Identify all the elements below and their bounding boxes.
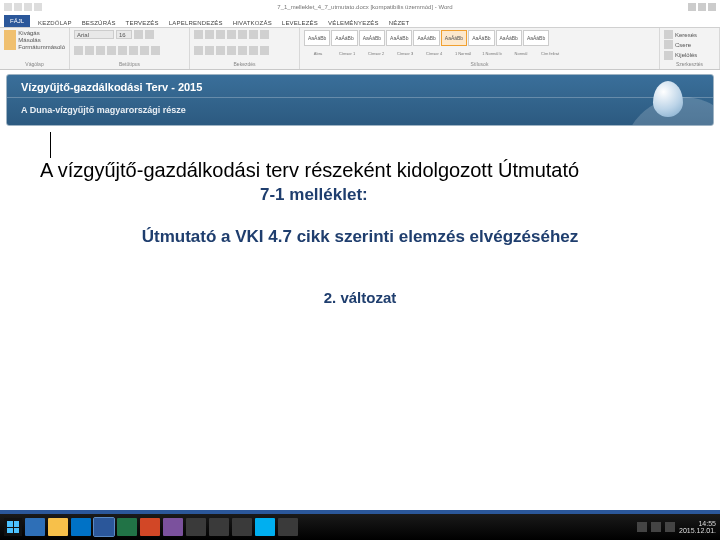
annex-label[interactable]: 7-1 melléklet: (260, 185, 720, 205)
tab-design[interactable]: TERVEZÉS (124, 19, 161, 27)
maximize-icon[interactable] (698, 3, 706, 11)
align-left-icon[interactable] (194, 46, 203, 55)
guide-title[interactable]: Útmutató a VKI 4.7 cikk szerinti elemzés… (0, 227, 720, 247)
align-right-icon[interactable] (216, 46, 225, 55)
document-canvas[interactable]: Vízgyűjtő-gazdálkodási Terv - 2015 A Dun… (0, 74, 720, 306)
document-title: 7_1_melleklet_4_7_utmutato.docx [kompati… (42, 4, 688, 10)
system-tray: 14:55 2015.12.01. (637, 520, 716, 534)
redo-icon[interactable] (34, 3, 42, 11)
font-name-select[interactable]: Arial (74, 30, 114, 39)
indent-right-icon[interactable] (238, 30, 247, 39)
group-editing: Keresés Csere Kijelölés Szerkesztés (660, 28, 720, 69)
shading-icon[interactable] (249, 46, 258, 55)
minimize-icon[interactable] (688, 3, 696, 11)
select-icon[interactable] (664, 51, 673, 60)
tab-layout[interactable]: LAPELRENDEZÉS (167, 19, 225, 27)
taskbar-ie-icon[interactable] (25, 518, 45, 536)
borders-icon[interactable] (260, 46, 269, 55)
group-label: Betűtípus (74, 61, 185, 67)
justify-icon[interactable] (227, 46, 236, 55)
style-item[interactable]: AaÁáBb (304, 30, 330, 46)
undo-icon[interactable] (24, 3, 32, 11)
network-icon[interactable] (651, 522, 661, 532)
group-font: Arial 16 Betűtípus (70, 28, 190, 69)
header-banner: Vízgyűjtő-gazdálkodási Terv - 2015 A Dun… (6, 74, 714, 126)
italic-icon[interactable] (85, 46, 94, 55)
style-item-selected[interactable]: AaÁáBb (441, 30, 467, 46)
title-bar: 7_1_melleklet_4_7_utmutato.docx [kompati… (0, 0, 720, 14)
bullets-icon[interactable] (194, 30, 203, 39)
group-clipboard: Kivágás Másolás Formátummásoló Vágólap (0, 28, 70, 69)
font-color-icon[interactable] (140, 46, 149, 55)
replace-icon[interactable] (664, 40, 673, 49)
group-label: Stílusok (304, 61, 655, 67)
save-icon[interactable] (14, 3, 22, 11)
tab-file[interactable]: FÁJL (4, 15, 30, 27)
tab-review[interactable]: VÉLEMÉNYEZÉS (326, 19, 381, 27)
font-size-select[interactable]: 16 (116, 30, 132, 39)
volume-icon[interactable] (665, 522, 675, 532)
indent-left-icon[interactable] (227, 30, 236, 39)
start-button[interactable] (4, 518, 22, 536)
find-icon[interactable] (664, 30, 673, 39)
highlight-icon[interactable] (151, 46, 160, 55)
strike-icon[interactable] (107, 46, 116, 55)
style-item[interactable]: AaÁáBb (523, 30, 549, 46)
windows-taskbar: 14:55 2015.12.01. (0, 514, 720, 540)
group-paragraph: Bekezdés (190, 28, 300, 69)
version-label[interactable]: 2. változat (0, 289, 720, 306)
sort-icon[interactable] (249, 30, 258, 39)
taskbar-app-icon[interactable] (186, 518, 206, 536)
multilevel-icon[interactable] (216, 30, 225, 39)
format-painter-button[interactable]: Formátummásoló (18, 44, 65, 50)
tab-insert[interactable]: BESZÚRÁS (80, 19, 118, 27)
underline-icon[interactable] (96, 46, 105, 55)
tab-references[interactable]: HIVATKOZÁS (231, 19, 274, 27)
clock[interactable]: 14:55 2015.12.01. (679, 520, 716, 534)
style-item[interactable]: AaÁáBb (468, 30, 494, 46)
tab-view[interactable]: NÉZET (387, 19, 412, 27)
taskbar-excel-icon[interactable] (117, 518, 137, 536)
copy-button[interactable]: Másolás (18, 37, 65, 43)
cut-button[interactable]: Kivágás (18, 30, 65, 36)
window-controls (688, 3, 720, 11)
align-center-icon[interactable] (205, 46, 214, 55)
taskbar-app-icon[interactable] (232, 518, 252, 536)
taskbar-explorer-icon[interactable] (48, 518, 68, 536)
subscript-icon[interactable] (118, 46, 127, 55)
paste-icon[interactable] (4, 30, 16, 50)
group-label: Vágólap (4, 61, 65, 67)
taskbar-viber-icon[interactable] (163, 518, 183, 536)
taskbar-powerpoint-icon[interactable] (140, 518, 160, 536)
taskbar-word-icon[interactable] (94, 518, 114, 536)
taskbar-skype-icon[interactable] (255, 518, 275, 536)
taskbar-app-icon[interactable] (209, 518, 229, 536)
clock-time: 14:55 (679, 520, 716, 527)
style-item[interactable]: AaÁáBb (496, 30, 522, 46)
word-icon (4, 3, 12, 11)
ribbon: Kivágás Másolás Formátummásoló Vágólap A… (0, 28, 720, 70)
banner-title: Vízgyűjtő-gazdálkodási Terv - 2015 (21, 81, 202, 93)
tab-home[interactable]: KEZDŐLAP (36, 19, 74, 27)
group-label: Bekezdés (194, 61, 295, 67)
style-item[interactable]: AaÁáBb (359, 30, 385, 46)
style-item[interactable]: AaÁáBb (386, 30, 412, 46)
close-icon[interactable] (708, 3, 716, 11)
bold-icon[interactable] (74, 46, 83, 55)
tab-mailings[interactable]: LEVELEZÉS (280, 19, 320, 27)
water-drop-icon (653, 81, 683, 117)
body-paragraph[interactable]: A vízgyűjtő-gazdálkodási terv részeként … (40, 158, 680, 183)
taskbar-outlook-icon[interactable] (71, 518, 91, 536)
tray-icon[interactable] (637, 522, 647, 532)
ribbon-tabs: FÁJL KEZDŐLAP BESZÚRÁS TERVEZÉS LAPELREN… (0, 14, 720, 28)
taskbar-app-icon[interactable] (278, 518, 298, 536)
numbering-icon[interactable] (205, 30, 214, 39)
grow-font-icon[interactable] (134, 30, 143, 39)
shrink-font-icon[interactable] (145, 30, 154, 39)
superscript-icon[interactable] (129, 46, 138, 55)
show-marks-icon[interactable] (260, 30, 269, 39)
style-item[interactable]: AaÁáBb (413, 30, 439, 46)
group-styles: AaÁáBb AaÁáBb AaÁáBb AaÁáBb AaÁáBb AaÁáB… (300, 28, 660, 69)
style-item[interactable]: AaÁáBb (331, 30, 357, 46)
line-spacing-icon[interactable] (238, 46, 247, 55)
